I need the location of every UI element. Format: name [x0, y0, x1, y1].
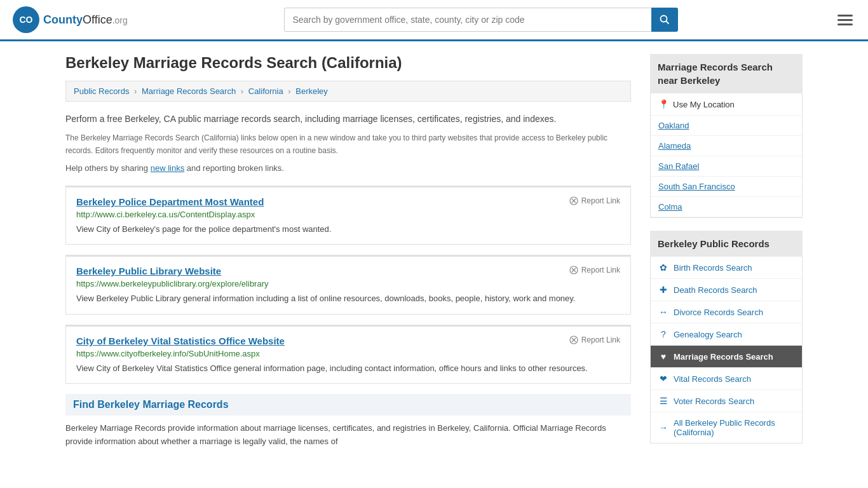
- record-card-url-3[interactable]: https://www.cityofberkeley.info/SubUnitH…: [76, 349, 620, 358]
- record-cards: Berkeley Police Department Most Wanted R…: [65, 186, 631, 384]
- record-card: Berkeley Public Library Website Report L…: [65, 255, 631, 315]
- report-link-button-1[interactable]: Report Link: [569, 196, 620, 205]
- find-section-title: Find Berkeley Marriage Records: [65, 394, 631, 416]
- search-bar-area: [284, 8, 678, 32]
- sidebar-item-label: Marriage Records Search: [674, 352, 773, 362]
- sidebar-item-label: Death Records Search: [674, 285, 757, 295]
- public-records-list: ✿ Birth Records Search ✚ Death Records S…: [650, 257, 803, 444]
- logo-icon: CO: [13, 6, 39, 33]
- record-card-desc-1: View City of Berkeley's page for the pol…: [76, 223, 620, 236]
- svg-line-3: [667, 22, 669, 24]
- sidebar-location-south-san-francisco[interactable]: South San Francisco: [651, 177, 802, 197]
- sidebar: Marriage Records Search near Berkeley 📍 …: [650, 54, 803, 456]
- sidebar-item-divorce-records[interactable]: ↔ Divorce Records Search: [651, 301, 802, 323]
- content-area: Berkeley Marriage Records Search (Califo…: [65, 54, 631, 456]
- sidebar-item-vital-records[interactable]: ❤ Vital Records Search: [651, 368, 802, 390]
- report-link-button-2[interactable]: Report Link: [569, 266, 620, 274]
- use-location-item[interactable]: 📍 Use My Location: [651, 93, 802, 116]
- intro-text-2: The Berkeley Marriage Records Search (Ca…: [65, 132, 631, 156]
- breadcrumb-public-records[interactable]: Public Records: [74, 86, 129, 96]
- sidebar-item-death-records[interactable]: ✚ Death Records Search: [651, 279, 802, 301]
- record-card-url-2[interactable]: https://www.berkeleypubliclibrary.org/ex…: [76, 279, 620, 288]
- logo-text: CountyOffice.org: [43, 13, 128, 27]
- record-card-desc-2: View Berkeley Public Library general inf…: [76, 292, 620, 305]
- find-section: Find Berkeley Marriage Records Berkeley …: [65, 394, 631, 449]
- record-card-title-1[interactable]: Berkeley Police Department Most Wanted: [76, 196, 264, 207]
- breadcrumb-california[interactable]: California: [248, 86, 283, 96]
- record-card: City of Berkeley Vital Statistics Office…: [65, 325, 631, 384]
- use-location-label: Use My Location: [673, 100, 735, 109]
- header: CO CountyOffice.org: [0, 0, 868, 41]
- record-card-title-2[interactable]: Berkeley Public Library Website: [76, 266, 221, 276]
- main-wrapper: Berkeley Marriage Records Search (Califo…: [53, 41, 815, 482]
- sidebar-location-alameda[interactable]: Alameda: [651, 136, 802, 156]
- svg-text:CO: CO: [20, 15, 33, 25]
- sidebar-location-san-rafael[interactable]: San Rafael: [651, 156, 802, 177]
- arrows-icon: ↔: [658, 307, 668, 317]
- sidebar-item-marriage-records[interactable]: ♥ Marriage Records Search: [651, 346, 802, 368]
- search-input[interactable]: [284, 8, 651, 32]
- sidebar-location-colma[interactable]: Colma: [651, 197, 802, 217]
- page-title: Berkeley Marriage Records Search (Califo…: [65, 54, 631, 72]
- sidebar-item-birth-records[interactable]: ✿ Birth Records Search: [651, 257, 802, 279]
- report-link-button-3[interactable]: Report Link: [569, 336, 620, 344]
- record-card: Berkeley Police Department Most Wanted R…: [65, 186, 631, 245]
- sidebar-item-label: Voter Records Search: [674, 396, 754, 406]
- nearby-section: Marriage Records Search near Berkeley 📍 …: [650, 54, 803, 218]
- sidebar-location-oakland[interactable]: Oakland: [651, 116, 802, 136]
- sidebar-item-all-records[interactable]: → All Berkeley Public Records (Californi…: [651, 412, 802, 443]
- sidebar-item-label: Birth Records Search: [674, 263, 752, 273]
- breadcrumb-berkeley[interactable]: Berkeley: [295, 86, 328, 96]
- sidebar-item-genealogy[interactable]: ? Genealogy Search: [651, 323, 802, 346]
- menu-button[interactable]: [835, 12, 855, 28]
- record-card-title-3[interactable]: City of Berkeley Vital Statistics Office…: [76, 336, 285, 346]
- rings-icon: ♥: [658, 351, 668, 362]
- intro-text-1: Perform a free Berkeley, CA public marri…: [65, 112, 631, 126]
- new-links-link[interactable]: new links: [151, 163, 184, 173]
- nearby-section-title: Marriage Records Search near Berkeley: [650, 54, 803, 93]
- list-icon: ☰: [658, 396, 668, 406]
- breadcrumb-marriage-records-search[interactable]: Marriage Records Search: [142, 86, 236, 96]
- logo-area: CO CountyOffice.org: [13, 6, 128, 33]
- arrow-right-icon: →: [658, 423, 668, 433]
- cross-icon: ✚: [658, 285, 668, 295]
- svg-point-2: [661, 16, 667, 22]
- person-icon: ✿: [658, 262, 668, 273]
- sidebar-item-label: Divorce Records Search: [674, 308, 763, 317]
- sidebar-item-label: All Berkeley Public Records (California): [674, 418, 794, 437]
- help-text: Help others by sharing new links and rep…: [65, 163, 631, 173]
- breadcrumb: Public Records › Marriage Records Search…: [65, 81, 631, 102]
- heart-icon: ❤: [658, 374, 668, 384]
- nearby-list: 📍 Use My Location Oakland Alameda San Ra…: [650, 93, 803, 218]
- search-button[interactable]: [651, 8, 678, 32]
- sidebar-item-label: Genealogy Search: [674, 330, 742, 339]
- sidebar-item-label: Vital Records Search: [674, 374, 751, 384]
- public-records-section: Berkeley Public Records ✿ Birth Records …: [650, 231, 803, 444]
- record-card-desc-3: View City of Berkeley Vital Statistics O…: [76, 362, 620, 375]
- location-pin-icon: 📍: [658, 99, 669, 109]
- question-icon: ?: [658, 329, 668, 339]
- record-card-url-1[interactable]: http://www.ci.berkeley.ca.us/ContentDisp…: [76, 210, 620, 219]
- sidebar-item-voter-records[interactable]: ☰ Voter Records Search: [651, 390, 802, 412]
- find-section-desc: Berkeley Marriage Records provide inform…: [65, 422, 631, 449]
- public-records-section-title: Berkeley Public Records: [650, 231, 803, 257]
